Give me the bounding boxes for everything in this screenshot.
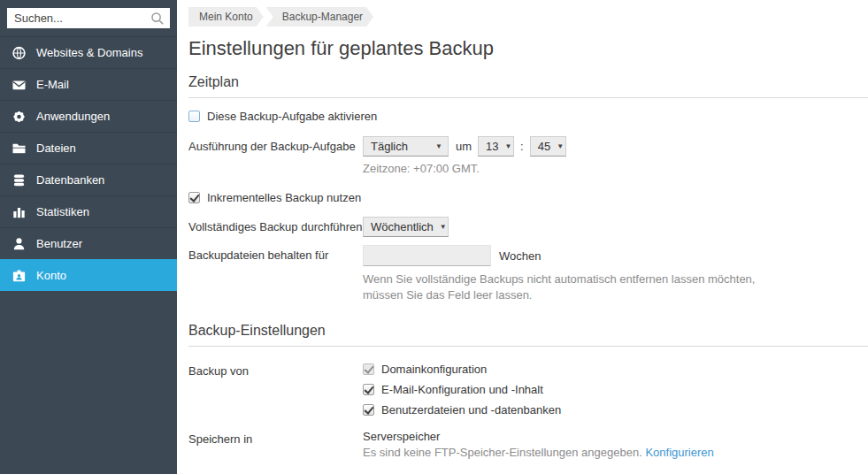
domain-config-label: Domainkonfiguration (381, 363, 487, 376)
chevron-down-icon: ▼ (505, 142, 512, 150)
incremental-backup-row: Inkrementelles Backup nutzen (188, 191, 868, 204)
sidebar-item-dateien[interactable]: Dateien (0, 132, 177, 164)
sidebar-item-email[interactable]: E-Mail (0, 68, 177, 100)
store-in-row: Speichern in Serverspeicher Es sind kein… (188, 429, 868, 461)
folder-icon (12, 141, 27, 156)
sidebar-item-benutzer[interactable]: Benutzer (0, 227, 177, 259)
minute-select[interactable]: 45 ▼ (530, 136, 566, 157)
mail-config-row: E-Mail-Konfiguration und -Inhalt (363, 383, 561, 396)
frequency-select-value: Täglich (371, 140, 408, 153)
sidebar-item-konto[interactable]: Konto (0, 259, 177, 291)
search-input[interactable] (7, 8, 170, 28)
mail-config-label[interactable]: E-Mail-Konfiguration und -Inhalt (381, 383, 543, 396)
run-schedule-label: Ausführung der Backup-Aufgabe (188, 136, 363, 154)
section-heading-backup-einstellungen: Backup-Einstellungen (188, 323, 868, 347)
store-in-label: Speichern in (188, 429, 363, 447)
sidebar-item-label: Anwendungen (36, 110, 110, 123)
mail-config-checkbox[interactable] (363, 384, 374, 395)
activate-backup-task-label[interactable]: Diese Backup-Aufgabe aktivieren (207, 110, 377, 123)
breadcrumb-item-mein-konto[interactable]: Mein Konto (188, 7, 264, 27)
store-in-value: Serverspeicher (363, 429, 714, 445)
keep-backups-input[interactable] (363, 245, 491, 266)
backup-content-row: Backup von Domainkonfiguration E-Mail-Ko… (188, 361, 868, 429)
incremental-backup-label[interactable]: Inkrementelles Backup nutzen (207, 191, 361, 204)
frequency-select[interactable]: Täglich ▼ (363, 136, 449, 157)
time-colon: : (520, 140, 524, 153)
sidebar-item-label: Benutzer (36, 237, 82, 250)
full-backup-select-value: Wöchentlich (371, 220, 434, 233)
activate-backup-task-row: Diese Backup-Aufgabe aktivieren (188, 110, 868, 123)
bar-chart-icon (12, 205, 27, 219)
run-schedule-row: Ausführung der Backup-Aufgabe Täglich ▼ … (188, 136, 868, 177)
chevron-down-icon: ▼ (557, 142, 564, 150)
sidebar-item-anwendungen[interactable]: Anwendungen (0, 100, 177, 132)
full-backup-label: Vollständiges Backup durchführen (188, 217, 363, 234)
globe-icon (12, 46, 27, 60)
section-heading-zeitplan: Zeitplan (188, 74, 868, 98)
chevron-down-icon: ▼ (440, 223, 447, 231)
activate-backup-task-checkbox[interactable] (188, 111, 200, 122)
breadcrumb: Mein Konto Backup-Manager (188, 7, 868, 27)
full-backup-row: Vollständiges Backup durchführen Wöchent… (188, 217, 868, 237)
sidebar-item-label: Konto (36, 269, 66, 282)
minute-select-value: 45 (538, 140, 550, 153)
ftp-settings-hint: Es sind keine FTP-Speicher-Einstellungen… (363, 446, 642, 459)
user-icon (12, 237, 27, 251)
sidebar-item-datenbanken[interactable]: Datenbanken (0, 164, 177, 195)
app-window: Websites & Domains E-Mail (0, 0, 868, 474)
sidebar-item-websites-domains[interactable]: Websites & Domains (0, 36, 177, 68)
id-badge-icon (12, 269, 27, 283)
keep-backups-unit: Wochen (499, 249, 541, 263)
hour-select-value: 13 (486, 140, 498, 153)
hour-select[interactable]: 13 ▼ (478, 136, 514, 157)
sidebar-item-label: Websites & Domains (36, 46, 142, 59)
sidebar-item-label: Dateien (36, 141, 76, 155)
breadcrumb-item-backup-manager[interactable]: Backup-Manager (266, 7, 373, 27)
configure-ftp-link[interactable]: Konfigurieren (645, 446, 713, 459)
backup-content-options: Domainkonfiguration E-Mail-Konfiguration… (363, 361, 561, 417)
sidebar-item-label: Datenbanken (36, 173, 104, 187)
page-title: Einstellungen für geplantes Backup (188, 35, 868, 62)
user-files-label[interactable]: Benutzerdateien und -datenbanken (381, 403, 561, 417)
backup-von-label: Backup von (188, 361, 363, 378)
sidebar: Websites & Domains E-Mail (0, 0, 177, 474)
main-content: Mein Konto Backup-Manager Einstellungen … (177, 0, 868, 474)
user-files-row: Benutzerdateien und -datenbanken (363, 403, 561, 417)
chevron-down-icon: ▼ (435, 142, 442, 150)
sidebar-search (0, 0, 177, 36)
database-icon (12, 173, 27, 187)
um-label: um (456, 140, 472, 153)
incremental-backup-checkbox[interactable] (188, 192, 200, 203)
timezone-hint: Zeitzone: +07:00 GMT. (363, 161, 566, 177)
user-files-checkbox[interactable] (363, 404, 374, 416)
sidebar-item-statistiken[interactable]: Statistiken (0, 195, 177, 227)
gear-icon (12, 110, 27, 124)
sidebar-item-label: E-Mail (36, 78, 69, 91)
domain-config-row: Domainkonfiguration (363, 363, 561, 376)
keep-backups-hint: Wenn Sie vollständige Backups nicht auto… (363, 271, 786, 303)
sidebar-item-label: Statistiken (36, 205, 89, 218)
full-backup-select[interactable]: Wöchentlich ▼ (363, 217, 449, 237)
envelope-icon (12, 78, 27, 92)
run-schedule-controls: Täglich ▼ um 13 ▼ : 45 ▼ (363, 136, 566, 157)
keep-backups-row: Backupdateien behalten für Wochen Wenn S… (188, 245, 868, 312)
search-icon[interactable] (150, 11, 165, 26)
keep-backups-label: Backupdateien behalten für (188, 245, 363, 263)
domain-config-checkbox (363, 363, 374, 375)
